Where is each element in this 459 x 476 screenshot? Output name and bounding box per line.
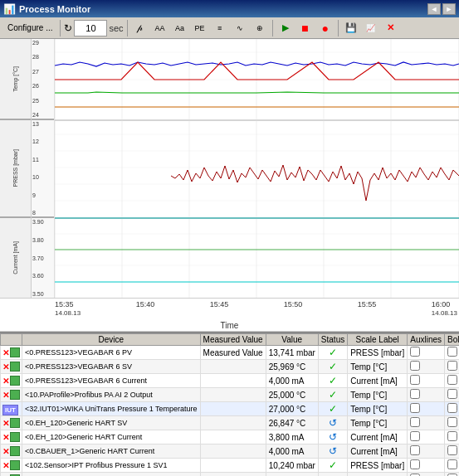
- row-value: 26,847 °C: [266, 416, 318, 430]
- minimize-btn[interactable]: ◄: [427, 3, 441, 15]
- refresh-icon: ↻: [64, 22, 72, 34]
- row-bold: [445, 402, 459, 416]
- auxlines-check[interactable]: [410, 403, 420, 413]
- bold-check[interactable]: [447, 459, 457, 469]
- row-x-btn[interactable]: ✕: [2, 376, 9, 386]
- bold-check[interactable]: [447, 431, 457, 441]
- toolbar-play[interactable]: ▶: [276, 19, 295, 37]
- auxlines-check[interactable]: [410, 389, 420, 399]
- row-x-btn[interactable]: ✕: [2, 362, 9, 372]
- auxlines-check[interactable]: [410, 375, 420, 385]
- row-icons-cell: ✕: [1, 388, 22, 402]
- row-measured: Measured Value: [200, 346, 266, 360]
- row-scale: Temp [°C]: [348, 388, 408, 402]
- row-value: 13,741 mbar: [266, 346, 318, 360]
- toolbar-btn-4[interactable]: PE: [191, 19, 209, 37]
- row-device: <0.PRESS123>VEGABAR 6 PV: [22, 346, 201, 360]
- toolbar-btn-1[interactable]: 𝓅: [131, 19, 149, 37]
- press-nums: 13 12 11 10 9 8: [32, 120, 54, 218]
- table-row: ✕ <0.CBAUER_1>Generic HART Current4,000 …: [1, 444, 460, 459]
- table-row: ✕ <0.PRESS123>VEGABAR 6 SV25,969 °C✓Temp…: [1, 360, 460, 374]
- row-auxlines: [408, 459, 445, 473]
- sep4: [338, 20, 339, 36]
- col-scale: Scale Label: [348, 334, 408, 346]
- row-active-icon: [10, 347, 20, 357]
- row-x-btn[interactable]: ✕: [2, 447, 9, 456]
- toolbar-btn-6[interactable]: ∿: [231, 19, 249, 37]
- row-value: 25,969 °C: [266, 360, 318, 374]
- row-device: <0.EH_120>Generic HART Current: [22, 430, 201, 444]
- time-label-3: 15:45: [210, 300, 229, 317]
- row-icons-cell: ✕: [1, 430, 22, 444]
- toolbar-btn-5[interactable]: ≡: [211, 19, 229, 37]
- auxlines-check[interactable]: [410, 459, 420, 469]
- table-row: ✕ <0.EH_120>Generic HART Current3,800 mA…: [1, 430, 460, 444]
- auxlines-check[interactable]: [410, 417, 420, 427]
- row-auxlines: [408, 430, 445, 444]
- auxlines-check[interactable]: [410, 361, 420, 371]
- toolbar-stop[interactable]: ⏹: [296, 19, 315, 37]
- row-auxlines: [408, 388, 445, 402]
- row-status: ↺: [318, 416, 347, 430]
- row-icons-cell: ✕: [1, 416, 22, 430]
- bold-check[interactable]: [447, 375, 457, 385]
- table-row: IUT<32.IUT01>WIKA UniTrans Pressure 1 Te…: [1, 402, 460, 416]
- row-value: 24,500 °C: [266, 473, 318, 477]
- time-axis: 15:3514.08.13 15:40 15:45 15:50 15:55 16…: [0, 298, 459, 321]
- row-bold: [445, 360, 459, 374]
- row-x-btn[interactable]: ✕: [2, 391, 9, 400]
- row-x-btn[interactable]: ✕: [2, 419, 9, 428]
- title-bar: 📊 Process Monitor ◄ ►: [0, 0, 459, 17]
- configure-btn[interactable]: Configure ...: [3, 19, 56, 37]
- toolbar-btn-3[interactable]: Aa: [171, 19, 189, 37]
- row-icons-cell: ✕: [1, 473, 22, 477]
- temp-label: Temp [°C]: [12, 66, 18, 92]
- row-bold: [445, 459, 459, 473]
- bold-check[interactable]: [447, 417, 457, 427]
- toolbar-btn-2[interactable]: AA: [151, 19, 169, 37]
- row-measured: [200, 430, 266, 444]
- row-device: <32.IUT01>WIKA UniTrans Pressure 1 Tempe…: [22, 402, 201, 416]
- app-title: Process Monitor: [19, 4, 424, 14]
- time-label-4: 15:50: [284, 300, 303, 317]
- current-nums: 3.90 3.80 3.70 3.60 3.50: [32, 218, 54, 298]
- row-scale: PRESS [mbar]: [348, 346, 408, 360]
- row-active-icon: [10, 390, 20, 400]
- current-axis: Current [mA]: [0, 218, 31, 298]
- press-label: PRESS [mbar]: [12, 149, 18, 187]
- toolbar-record[interactable]: ●: [316, 19, 334, 37]
- toolbar-btn-7[interactable]: ⊕: [251, 19, 269, 37]
- y-numbers: 29 28 27 26 25 24 13 12 11 10 9 8 3.90 3…: [32, 39, 55, 298]
- auxlines-check[interactable]: [410, 445, 420, 455]
- row-x-btn[interactable]: ✕: [2, 348, 9, 357]
- row-x-btn[interactable]: ✕: [2, 433, 9, 442]
- current-label: Current [mA]: [12, 241, 18, 274]
- row-bold: [445, 473, 459, 477]
- maximize-btn[interactable]: ►: [442, 3, 456, 15]
- row-scale: Current [mA]: [348, 374, 408, 388]
- auxlines-check[interactable]: [410, 431, 420, 441]
- bold-check[interactable]: [447, 445, 457, 455]
- toolbar-close[interactable]: ✕: [382, 19, 400, 37]
- row-status: ✓: [318, 388, 347, 402]
- row-measured: [200, 473, 266, 477]
- auxlines-check[interactable]: [410, 347, 420, 357]
- temp-nums: 29 28 27 26 25 24: [32, 39, 54, 120]
- row-auxlines: [408, 402, 445, 416]
- bold-check[interactable]: [447, 403, 457, 413]
- row-icons-cell: ✕: [1, 346, 22, 360]
- row-icons-cell: ✕: [1, 444, 22, 459]
- bold-check[interactable]: [447, 347, 457, 357]
- row-x-btn[interactable]: ✕: [2, 461, 9, 470]
- row-device: <102.Sensor>IPT Profibus Pressure 1 SV1: [22, 459, 201, 473]
- row-device: <0.EH_120>Generic HART SV: [22, 416, 201, 430]
- interval-input[interactable]: [74, 20, 107, 36]
- bold-check[interactable]: [447, 389, 457, 399]
- table-row: ✕ <102.Sensor>IPT Profibus Pressure 1 SV…: [1, 459, 460, 473]
- bold-check[interactable]: [447, 361, 457, 371]
- col-measured: Measured Value: [200, 334, 266, 346]
- row-status: ↺: [318, 444, 347, 459]
- toolbar-save[interactable]: 💾: [342, 19, 360, 37]
- toolbar-export[interactable]: 📈: [362, 19, 380, 37]
- row-device: <0.CBAUER_1>Generic HART Current: [22, 444, 201, 459]
